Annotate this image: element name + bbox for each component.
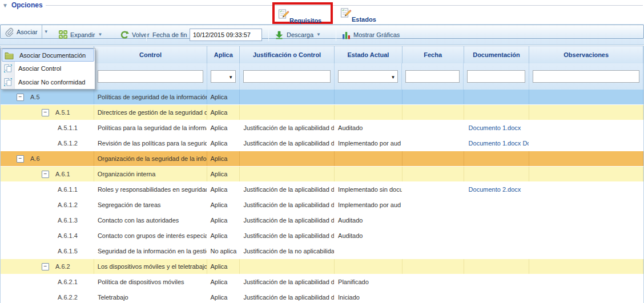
volver-button[interactable]: Volver bbox=[120, 25, 150, 45]
grid-filter-row: ▼▼ bbox=[0, 63, 644, 90]
filter-input-obs[interactable] bbox=[533, 70, 639, 83]
menu-item-label: Asociar No conformidad bbox=[18, 79, 85, 86]
menu-item-asociar-control[interactable]: Asociar Control bbox=[1, 62, 95, 75]
aplica-value: No aplica bbox=[210, 248, 236, 254]
descarga-label: Descarga bbox=[287, 31, 313, 38]
column-header-just[interactable]: Justificación o Control bbox=[240, 46, 335, 63]
control-value: Revisión de las políticas para la seguri… bbox=[98, 140, 208, 147]
collapse-toggle-icon[interactable]: − bbox=[42, 109, 49, 116]
estado-cell: Planificado bbox=[335, 274, 402, 289]
column-header-fecha[interactable]: Fecha bbox=[402, 46, 464, 63]
chevron-down-icon: ▼ bbox=[316, 32, 321, 37]
column-header-label: Documentación bbox=[473, 51, 520, 58]
filter-cell-obs bbox=[529, 63, 643, 90]
chevron-down-icon: ▼ bbox=[98, 32, 102, 37]
column-header-estado[interactable]: Estado Actual bbox=[335, 46, 402, 63]
obs-cell bbox=[529, 90, 643, 104]
table-row[interactable]: A.6.1.3Contacto con las autoridadesAplic… bbox=[1, 213, 643, 228]
table-row[interactable]: A.6.2.1Política de dispositivos móvilesA… bbox=[1, 274, 643, 290]
chevron-down-icon: ▼ bbox=[391, 75, 396, 80]
filter-select-aplica[interactable]: ▼ bbox=[211, 70, 236, 83]
fecha-cell bbox=[402, 259, 464, 274]
table-row[interactable]: A.6.2.2TeletrabajoAplicaJustificación de… bbox=[1, 290, 643, 303]
column-header-doc[interactable]: Documentación bbox=[464, 46, 530, 63]
aplica-value: Aplica bbox=[210, 217, 227, 224]
aplica-value: Aplica bbox=[210, 171, 227, 177]
menu-item-asociar-documentación[interactable]: Asociar Documentación bbox=[2, 49, 94, 62]
document-link[interactable]: Documento 1.docx bbox=[469, 124, 521, 131]
estado-cell: Implementado por aud bbox=[335, 136, 402, 151]
control-cell: Los dispositivos móviles y el teletrabaj… bbox=[94, 259, 208, 274]
menu-item-label: Asociar Control bbox=[18, 65, 61, 72]
just-cell bbox=[240, 167, 335, 181]
menu-item-asociar-no-conformidad[interactable]: Asociar No conformidad bbox=[1, 75, 95, 89]
requisitos-button[interactable]: Requisitos bbox=[272, 2, 333, 24]
table-row[interactable]: −A.6.1Organización internaAplica bbox=[1, 167, 643, 182]
aplica-cell: Aplica bbox=[207, 197, 240, 212]
control-cell: Seguridad de la información en la gestió… bbox=[94, 244, 208, 258]
table-row[interactable]: A.5.1.2Revisión de las políticas para la… bbox=[1, 136, 643, 151]
control-cell: Roles y responsabilidades en seguridad d… bbox=[94, 182, 208, 197]
aplica-cell: No aplica bbox=[207, 244, 240, 258]
aplica-value: Aplica bbox=[210, 232, 227, 239]
asociar-dropdown-arrow[interactable]: ▼ bbox=[42, 25, 50, 38]
column-header-control[interactable]: Control bbox=[94, 46, 208, 63]
panel-collapse-icon[interactable]: ▼ bbox=[2, 2, 8, 9]
estado-value: Auditado bbox=[338, 124, 363, 131]
folder-icon bbox=[5, 51, 14, 59]
obs-cell bbox=[529, 182, 643, 197]
just-value: Justificación de la aplicabilidad del bbox=[243, 201, 335, 208]
document-link[interactable]: Documento 2.docx bbox=[469, 186, 521, 193]
expand-all-icon bbox=[59, 30, 67, 39]
filter-input-doc[interactable] bbox=[467, 70, 525, 83]
just-cell: Justificación de la aplicabilidad del bbox=[240, 274, 335, 289]
table-row[interactable]: A.6.1.5Seguridad de la información en la… bbox=[1, 244, 643, 259]
just-value: Justificación de la aplicabilidad del bbox=[243, 186, 335, 193]
document-link[interactable]: Documento 1.docx Do bbox=[469, 140, 530, 147]
column-header-aplica[interactable]: Aplica bbox=[207, 46, 240, 63]
collapse-toggle-icon[interactable]: − bbox=[17, 155, 24, 163]
filter-input-fecha[interactable] bbox=[405, 70, 460, 83]
collapse-toggle-icon[interactable]: − bbox=[17, 94, 24, 101]
table-row[interactable]: −A.6Organización de la seguridad de la i… bbox=[1, 151, 643, 167]
aplica-value: Aplica bbox=[210, 278, 227, 285]
control-code: A.6.1.4 bbox=[58, 232, 78, 239]
table-row[interactable]: A.5.1.1Políticas para la seguridad de la… bbox=[1, 120, 643, 136]
control-cell: Contacto con grupos de interés especial bbox=[94, 228, 208, 243]
table-row[interactable]: A.6.1.4Contacto con grupos de interés es… bbox=[1, 228, 643, 244]
fecha-de-fin-input[interactable] bbox=[190, 29, 262, 41]
table-row[interactable]: A.6.1.1Roles y responsabilidades en segu… bbox=[1, 182, 643, 197]
table-row[interactable]: −A.5.1Directrices de gestión de la segur… bbox=[1, 105, 643, 120]
control-value: Políticas para la seguridad de la inform… bbox=[98, 124, 208, 131]
descarga-button[interactable]: Descarga ▼ bbox=[275, 25, 321, 45]
filter-input-control[interactable] bbox=[98, 70, 204, 83]
doc-cell bbox=[464, 213, 530, 228]
estados-button[interactable]: Estados bbox=[336, 2, 399, 24]
column-header-label: Fecha bbox=[424, 51, 442, 58]
filter-select-estado[interactable]: ▼ bbox=[338, 70, 399, 83]
control-code: A.6.1.5 bbox=[58, 248, 78, 254]
table-row[interactable]: −A.5Políticas de seguridad de la informa… bbox=[1, 90, 643, 105]
table-row[interactable]: −A.6.2Los dispositivos móviles y el tele… bbox=[1, 259, 643, 274]
table-row[interactable]: A.6.1.2Segregación de tareasAplicaJustif… bbox=[1, 197, 643, 213]
estado-cell: Auditado bbox=[335, 213, 402, 228]
mostrar-graficas-button[interactable]: Mostrar Gráficas bbox=[342, 25, 400, 45]
filter-input-just[interactable] bbox=[243, 70, 331, 83]
estado-value: Auditado bbox=[338, 232, 363, 239]
obs-cell bbox=[529, 151, 643, 166]
column-header-obs[interactable]: Observaciones bbox=[529, 46, 643, 63]
aplica-cell: Aplica bbox=[207, 167, 240, 181]
doc-cell bbox=[464, 90, 530, 104]
aplica-cell: Aplica bbox=[207, 120, 240, 135]
fecha-cell bbox=[402, 120, 464, 135]
control-code: A.5.1.2 bbox=[58, 140, 78, 147]
tree-cell: A.6.2.2 bbox=[1, 290, 94, 303]
expandir-button[interactable]: Expandir ▼ bbox=[59, 25, 102, 45]
tree-cell: −A.5.1 bbox=[1, 105, 94, 120]
filter-cell-control bbox=[94, 63, 208, 90]
collapse-toggle-icon[interactable]: − bbox=[42, 263, 49, 270]
control-code: A.6.2.1 bbox=[58, 278, 78, 285]
obs-cell bbox=[529, 228, 643, 243]
collapse-toggle-icon[interactable]: − bbox=[42, 171, 49, 178]
aplica-cell: Aplica bbox=[207, 290, 240, 303]
